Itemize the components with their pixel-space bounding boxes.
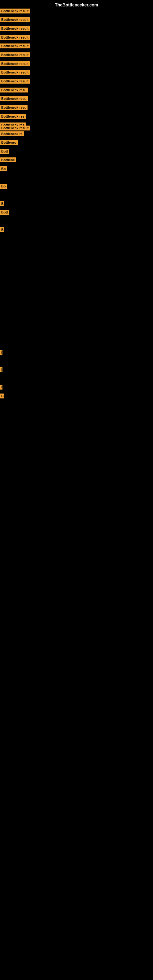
bottleneck-label-26: | [0, 367, 2, 372]
bottleneck-result-item-1[interactable]: Bottleneck result [0, 9, 30, 15]
bottleneck-label-15: Bottleneck result [0, 126, 30, 130]
bottleneck-label-2: Bottleneck result [0, 17, 30, 22]
bottleneck-label-22: B [0, 201, 4, 206]
bottleneck-label-11: Bottleneck resu [0, 96, 28, 101]
bottleneck-label-10: Bottleneck resu [0, 88, 28, 92]
bottleneck-label-20: Bo [0, 166, 7, 171]
bottleneck-result-item-24[interactable]: B [0, 227, 4, 233]
bottleneck-label-21: Bo [0, 184, 7, 189]
bottleneck-result-item-28[interactable]: B [0, 393, 4, 400]
bottleneck-label-4: Bottleneck result [0, 35, 30, 40]
bottleneck-result-item-25[interactable]: | [0, 350, 2, 356]
bottleneck-result-item-27[interactable]: r [0, 385, 2, 391]
bottleneck-label-9: Bottleneck result [0, 79, 30, 84]
bottleneck-result-item-7[interactable]: Bottleneck result [0, 61, 30, 67]
bottleneck-result-item-10[interactable]: Bottleneck resu [0, 88, 28, 94]
bottleneck-label-18: Bott [0, 149, 9, 154]
bottleneck-result-item-4[interactable]: Bottleneck result [0, 35, 30, 41]
bottleneck-result-item-15[interactable]: Bottleneck result [0, 126, 30, 132]
bottleneck-result-item-8[interactable]: Bottleneck result [0, 70, 30, 76]
bottleneck-label-3: Bottleneck result [0, 26, 30, 31]
bottleneck-label-24: B [0, 227, 4, 232]
bottleneck-result-item-18[interactable]: Bott [0, 149, 9, 155]
bottleneck-result-item-19[interactable]: Bottlene [0, 158, 16, 164]
bottleneck-result-item-5[interactable]: Bottleneck result [0, 43, 30, 49]
bottleneck-result-item-2[interactable]: Bottleneck result [0, 17, 30, 23]
bottleneck-label-17: Bottlenec [0, 140, 18, 145]
bottleneck-result-item-6[interactable]: Bottleneck result [0, 52, 30, 59]
bottleneck-result-item-21[interactable]: Bo [0, 184, 7, 190]
bottleneck-label-1: Bottleneck result [0, 9, 30, 13]
bottleneck-result-item-26[interactable]: | [0, 367, 2, 373]
bottleneck-result-item-23[interactable]: Bott [0, 210, 9, 216]
bottleneck-label-25: | [0, 350, 2, 355]
bottleneck-result-item-22[interactable]: B [0, 201, 4, 207]
bottleneck-result-item-13[interactable]: Bottleneck res [0, 114, 26, 120]
bottleneck-label-12: Bottleneck resu [0, 105, 27, 110]
bottleneck-result-item-20[interactable]: Bo [0, 166, 7, 172]
bottleneck-label-23: Bott [0, 210, 9, 215]
bottleneck-label-7: Bottleneck result [0, 61, 30, 66]
bottleneck-label-19: Bottlene [0, 158, 16, 162]
bottleneck-label-28: B [0, 393, 4, 398]
bottleneck-label-16: Bottleneck re [0, 131, 24, 136]
site-title: TheBottlenecker.com [0, 2, 153, 7]
bottleneck-label-8: Bottleneck result [0, 70, 30, 75]
bottleneck-label-13: Bottleneck res [0, 114, 26, 119]
bottleneck-label-6: Bottleneck result [0, 52, 30, 57]
bottleneck-result-item-16[interactable]: Bottleneck re [0, 131, 24, 137]
bottleneck-result-item-12[interactable]: Bottleneck resu [0, 105, 27, 111]
bottleneck-label-5: Bottleneck result [0, 43, 30, 48]
bottleneck-label-27: r [0, 385, 2, 390]
bottleneck-result-item-11[interactable]: Bottleneck resu [0, 96, 28, 102]
bottleneck-result-item-17[interactable]: Bottlenec [0, 140, 18, 146]
bottleneck-result-item-3[interactable]: Bottleneck result [0, 26, 30, 32]
bottleneck-result-item-9[interactable]: Bottleneck result [0, 79, 30, 85]
